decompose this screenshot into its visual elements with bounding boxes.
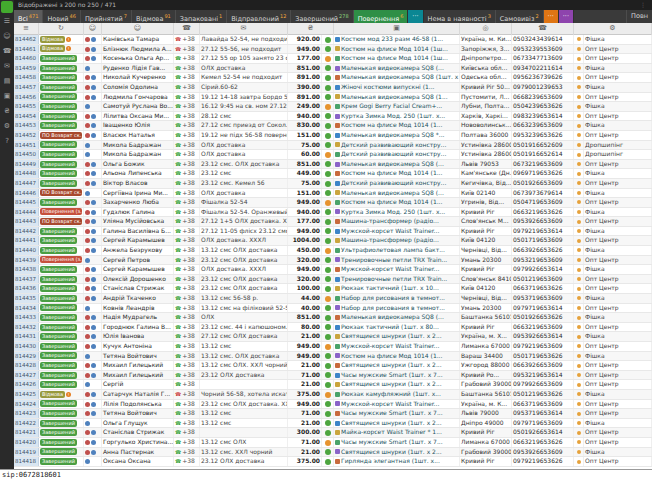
status-badge[interactable]: Завершений [40,372,77,379]
tab-all[interactable]: Всі471 [14,10,43,23]
call-icon[interactable]: ☎ [175,266,181,272]
client-name[interactable]: Самотуй Руслана Во... [102,102,174,111]
client-name[interactable]: Городнюк Галина В... [102,323,174,332]
call-icon[interactable]: ☎ [175,247,181,253]
settings-icon[interactable]: ⚙ [0,119,14,134]
product-name[interactable]: Маленькая видеокамера SQ8 (... [341,160,444,167]
status-badge[interactable]: Завершений [40,84,77,91]
client-name[interactable]: Тетяна Войтович [102,409,174,418]
call-icon[interactable]: ☎ [175,65,181,71]
status-badge[interactable]: Завершений [40,276,77,283]
product-name[interactable]: Костюм на флисе Мод 1014 (1... [341,169,442,176]
status-badge[interactable]: Завершений [40,247,77,254]
client-name[interactable]: Захарченко Люба [102,198,174,207]
tab-declined[interactable]: Відмова91 [132,10,176,23]
phone2-icon[interactable]: ☎ [512,23,574,35]
table-row[interactable]: 814459ЗавершенийРуденко Лідія Гав...☎+38… [14,64,652,74]
contacts-icon[interactable]: ☺ [0,29,14,44]
status-badge[interactable]: Повернення (з... [40,256,82,263]
product-name[interactable]: Жіночі костюми випускні (1... [341,83,435,90]
product-name[interactable]: Гирлянда элегантная (1шт. х... [341,457,440,464]
product-name[interactable]: Святящиеся шнурки (1шт. х 2... [341,419,442,426]
table-row[interactable]: 814453ЗавершенийІващенко Юлія☎+3827.12 с… [14,121,652,131]
tab-accepted[interactable]: Прийнятий7 [81,10,132,23]
client-name[interactable]: Сергей Карамышев [102,265,174,274]
client-name[interactable]: Анжела Безрукову [102,246,174,255]
client-name[interactable]: Сергіївна Ірина Ми... [102,189,174,198]
product-name[interactable]: Крем Gogi Berry Facial Cream+... [341,102,442,109]
table-row[interactable]: 814436ЗавершенийСтаніслав Стрижак☎+3823.… [14,284,652,294]
table-row[interactable]: 814427ЗавершенийМихаил Гилецький☎+3823.1… [14,371,652,381]
table-row[interactable]: 814440ЗавершенийАнжела Безрукову☎+3813.1… [14,246,652,256]
client-name[interactable]: Анна Пастернак [102,448,174,457]
product-name[interactable]: Детский развивающий констру... [341,141,446,148]
product-name[interactable]: Маленькая видеокамера SQ8 (... [341,189,444,196]
client-name[interactable]: Горгулько Христина... [102,438,174,447]
client-name[interactable]: Сатарчук Наталія Г... [102,390,174,399]
status-badge[interactable]: Завершений [40,141,77,148]
call-icon[interactable]: ☎ [175,285,181,291]
product-name[interactable]: Костюм на флисе Мод 1014 (1ш... [341,45,448,52]
call-icon[interactable]: ☎ [175,362,181,368]
product-name[interactable]: Костюм на флисе Мод 1014 (1ш... [341,54,448,61]
table-row[interactable]: 814441ЗавершенийСергей Карамышев☎+38ОЛХ … [14,236,652,246]
table-row[interactable]: 814446ПО Возврат ск.Сергіївна Ірина Ми..… [14,189,652,199]
client-name[interactable]: Віктор Власов [102,179,174,188]
product-name[interactable]: Маленькая видеокамера SQ8 (1шт. х 890... [341,73,460,80]
table-row[interactable]: 814443ПО Возврат ск.Уліяна Мусійовська☎+… [14,217,652,227]
client-name[interactable]: Ольга Божик [102,160,174,169]
refresh-icon[interactable]: ↻ [39,23,84,35]
product-name[interactable]: Куртка Зимка Мод. 250 (1шт. х... [341,112,445,119]
status-badge[interactable]: Повернення (з... [40,208,82,215]
tab-packed[interactable]: Запаковані1 [176,10,227,23]
contacts-icon[interactable]: ☺ [84,23,102,35]
product-name[interactable]: Куртка Зимка Мод. 250 (1шт. х... [341,208,445,215]
table-row[interactable]: 814421ЗавершенийСтаніслав Стрижак☎+38300… [14,428,652,438]
status-badge[interactable]: Завершений [40,439,77,446]
product-name[interactable]: Машина-трансформер (радіо... [341,217,439,224]
call-icon[interactable]: ☎ [175,132,181,138]
status-badge[interactable]: Завершений [40,420,77,427]
table-row[interactable]: 814422ЗавершенийОльга Глущук☎+3813.12 см… [14,419,652,429]
table-row[interactable]: 814458ЗавершенийНиколай Кучеренко☎+38Кем… [14,73,652,83]
sip-address[interactable]: sip:0672818601 [2,471,61,479]
call-icon[interactable]: ☎ [175,333,181,339]
product-name[interactable]: Часы мужские Smart (1шт. х 7... [341,371,443,378]
table-row[interactable]: 814432ЗавершенийГороднюк Галина В...☎+38… [14,323,652,333]
more-icon[interactable]: ⋮ [640,0,648,10]
client-name[interactable]: Михаил Гилецький [102,371,174,380]
client-name[interactable]: Тетяна Войтович [102,352,174,361]
client-name[interactable]: Оксана Оксана [102,457,174,466]
client-name[interactable]: Микола Бадражан [102,150,174,159]
product-name[interactable]: Маленькая видеокамера SQ8 (... [341,313,444,320]
status-badge[interactable]: Відмова [40,391,65,398]
client-name[interactable]: Сергій [102,380,174,389]
client-icon[interactable]: ☺ [102,23,174,35]
status-badge[interactable]: Завершений [40,352,77,359]
client-name[interactable]: Галина Василівна Б... [102,227,174,236]
product-name[interactable]: Тренировочные петли TRX Train... [341,275,447,282]
status-badge[interactable]: Завершений [40,448,77,455]
table-row[interactable]: 814438ЗавершенийСергей Карамышев☎+38ОЛХ … [14,265,652,275]
client-name[interactable]: Соломія Одолина [102,83,174,92]
client-name[interactable]: Надія Мудрагель [102,313,174,322]
product-name[interactable]: Машина-трансформер (радіо... [341,236,439,243]
stats-icon[interactable]: ▤ [0,74,14,89]
status-badge[interactable]: Завершений [40,285,77,292]
product-name[interactable]: Маленькая видеокамера SQ8 (... [341,64,444,71]
tab-completed[interactable]: Завершений278 [291,10,353,23]
call-icon[interactable]: ☎ [175,84,181,90]
call-icon[interactable]: ☎ [175,429,181,435]
product-name[interactable]: Рюкзак тактичний (1шт. х 10... [341,284,439,291]
client-name[interactable]: Гудзлюк Галина [102,208,174,217]
money-icon[interactable]: ₴ [0,104,14,119]
call-icon[interactable]: ☎ [175,36,181,42]
call-icon[interactable]: ☎ [175,372,181,378]
status-badge[interactable]: Завершений [40,103,77,110]
product-name[interactable]: Святящиеся шнурки (1шт. х 2... [341,361,442,368]
status-badge[interactable]: Завершений [40,324,77,331]
phone-icon[interactable]: ☎ [0,44,14,59]
client-name[interactable]: Іващенко Юлія [102,121,174,130]
product-name[interactable]: Набор для рисования в темнот... [341,294,445,301]
status-badge[interactable]: Завершений [40,170,77,177]
